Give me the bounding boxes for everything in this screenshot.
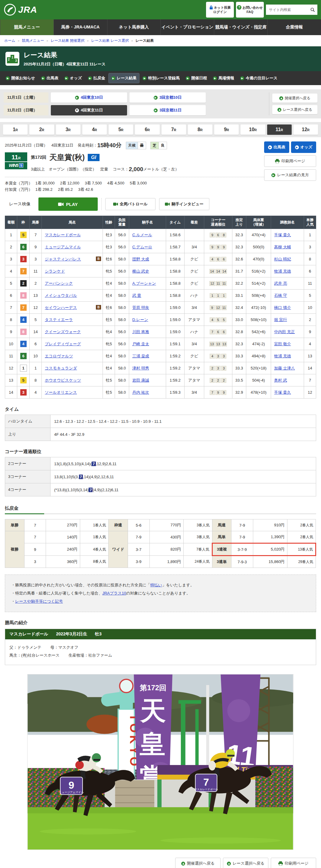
- sub-nav-item[interactable]: ▶馬場情報: [210, 73, 237, 83]
- jockey-link[interactable]: 川田 将雅: [132, 330, 149, 334]
- trainer-link[interactable]: 牧浦 充徳: [274, 354, 291, 358]
- race-tab-4r[interactable]: 4R: [82, 124, 107, 135]
- race-tab-11r[interactable]: 11R: [267, 124, 292, 135]
- breadcrumb-link[interactable]: レース結果 レース選択: [91, 38, 129, 43]
- race-tab-2r[interactable]: 2R: [29, 124, 54, 135]
- sub-nav-item[interactable]: ▶出馬表: [38, 73, 61, 83]
- global-nav-item[interactable]: 企業情報: [268, 20, 321, 35]
- jockey-link[interactable]: 横山 武史: [132, 269, 149, 274]
- jockey-link[interactable]: 津村 明秀: [132, 366, 149, 370]
- sub-nav-item[interactable]: ▶払戻金: [85, 73, 108, 83]
- meeting-button[interactable]: ▶4回東京10日: [51, 92, 127, 103]
- breadcrumb-link[interactable]: レース結果 開催選択: [50, 38, 84, 43]
- race-tab-9r[interactable]: 9R: [214, 124, 239, 135]
- jockey-link[interactable]: C.デムーロ: [132, 245, 152, 249]
- print-page-button[interactable]: 印刷用ページ: [264, 155, 316, 167]
- meeting-button[interactable]: ▶3回京都11日: [130, 105, 206, 115]
- note-link[interactable]: JRAプラス10: [102, 591, 126, 595]
- jockey-link[interactable]: 丹内 祐次: [132, 390, 149, 395]
- sub-nav-item[interactable]: ▶オッズ: [62, 73, 85, 83]
- odds-button[interactable]: ▶ オッズ: [291, 142, 316, 153]
- note-link[interactable]: 特払い: [150, 583, 162, 587]
- horse-name-link[interactable]: エコロヴァルツ: [45, 354, 73, 358]
- race-tab-5r[interactable]: 5R: [109, 124, 133, 135]
- play-button[interactable]: PLAY: [38, 197, 98, 211]
- horse-name-link[interactable]: ブレイディヴェーグ: [45, 342, 81, 346]
- meeting-button[interactable]: ▶3回京都10日: [130, 92, 206, 103]
- horse-name-link[interactable]: ソールオリエンス: [45, 390, 77, 395]
- horse-name-link[interactable]: メイショウタバル: [45, 293, 77, 298]
- race-tab-12r[interactable]: 12R: [293, 124, 318, 135]
- horse-name-link[interactable]: アーバンシック: [45, 281, 73, 286]
- trainer-link[interactable]: 奥村 武: [274, 378, 287, 382]
- horse-name-link[interactable]: ジャスティンパレス: [45, 257, 81, 261]
- jockey-link[interactable]: 三浦 皇成: [132, 354, 149, 358]
- trainer-link[interactable]: 手塚 貴久: [274, 232, 291, 237]
- meeting-button[interactable]: ▶4回東京11日: [51, 105, 127, 115]
- jockey-link[interactable]: 菅原 明良: [132, 305, 149, 310]
- trainer-link[interactable]: 手塚 貴久: [274, 390, 291, 395]
- race-tab-10r[interactable]: 10R: [241, 124, 265, 135]
- horse-name-link[interactable]: セイウンハーデス: [45, 305, 77, 310]
- jockey-link[interactable]: 戸崎 圭太: [132, 342, 149, 346]
- trainer-link[interactable]: 高柳 大輔: [274, 245, 291, 249]
- back-to-meeting-select-button[interactable]: ▶ 開催選択へ戻る: [175, 858, 220, 868]
- back-to-race-select-button[interactable]: ▶ レース選択へ戻る: [223, 858, 269, 868]
- faq-button[interactable]: ? お問い合わせ FAQ: [236, 2, 264, 18]
- jockey-link[interactable]: 武 豊: [132, 293, 141, 298]
- horse-name-link[interactable]: ミュージアムマイル: [45, 245, 81, 249]
- search-input[interactable]: [269, 7, 311, 12]
- race-tab-7r[interactable]: 7R: [162, 124, 186, 135]
- sub-nav-item[interactable]: ▶特別レース登録馬: [140, 73, 182, 83]
- race-tab-8r[interactable]: 8R: [188, 124, 212, 135]
- jockey-link[interactable]: C.ルメール: [132, 232, 152, 237]
- jockey-link[interactable]: 団野 大成: [132, 257, 149, 261]
- race-tab-6r[interactable]: 6R: [135, 124, 159, 135]
- jockey-link[interactable]: D.レーン: [132, 317, 148, 322]
- trainer-link[interactable]: 杉山 晴紀: [274, 257, 291, 261]
- search-icon[interactable]: [311, 7, 315, 12]
- race-tab-3r[interactable]: 3R: [56, 124, 80, 135]
- breadcrumb-link[interactable]: ホーム: [4, 38, 15, 43]
- jra-logo[interactable]: JRA: [4, 3, 37, 16]
- trainer-link[interactable]: 加藤 士津八: [274, 366, 295, 370]
- sub-nav-item[interactable]: ▶今週の注目レース: [238, 73, 280, 83]
- horse-name-link[interactable]: ホウオウビスケッツ: [45, 378, 81, 382]
- sub-nav-item[interactable]: ▶開催お知らせ: [3, 73, 38, 83]
- payout-popularity: 4番人気: [80, 543, 109, 556]
- result-guide-button[interactable]: ▶ レース結果の見方: [264, 169, 316, 181]
- horse-name-link[interactable]: タスティエーラ: [45, 317, 73, 322]
- horse-name-link[interactable]: コスモキュランダ: [45, 366, 77, 370]
- back-to-race-select-button[interactable]: ▶レース選択へ戻る: [272, 105, 317, 114]
- print-page-button[interactable]: 印刷用ページ: [271, 858, 316, 868]
- horse-name-link[interactable]: シランケド: [45, 269, 65, 274]
- race-tab-1r[interactable]: 1R: [3, 124, 28, 135]
- jockey-link[interactable]: 岩田 康誠: [132, 378, 149, 382]
- trainer-link[interactable]: 武井 亮: [274, 281, 287, 286]
- horse-name-link[interactable]: マスカレードボール: [45, 232, 81, 237]
- trainer-link[interactable]: 宮田 敬介: [274, 342, 291, 346]
- back-to-meeting-select-button[interactable]: ▶開催選択へ戻る: [272, 94, 317, 103]
- global-nav-item[interactable]: ネット馬券購入: [107, 20, 160, 35]
- trainer-link[interactable]: 堀 宣行: [274, 317, 287, 322]
- global-nav-item[interactable]: 馬券・JRA-UMACA: [54, 20, 107, 35]
- patrol-video-button[interactable]: 全周パトロール: [105, 198, 155, 210]
- horse-name-link[interactable]: クイーンズウォーク: [45, 330, 81, 334]
- breadcrumb-separator: ＞: [46, 39, 49, 42]
- trainer-link[interactable]: 牧浦 充徳: [274, 269, 291, 274]
- jockey-interview-button[interactable]: 騎手インタビュー: [159, 198, 209, 210]
- net-vote-login-button[interactable]: ネット投票 ログイン: [206, 2, 234, 18]
- jockey-link[interactable]: A.ブーシャン: [132, 281, 156, 286]
- sub-nav-item[interactable]: ▶レース結果: [109, 73, 140, 83]
- breadcrumb-link[interactable]: 競馬メニュー: [22, 38, 44, 43]
- entries-button[interactable]: ▶ 出馬表: [264, 142, 289, 153]
- trainer-link[interactable]: 橋口 慎介: [274, 305, 291, 310]
- global-nav-item[interactable]: イベント・プロモーション: [160, 20, 214, 35]
- note-link[interactable]: レースや騎手等につく記号: [15, 599, 63, 603]
- login-line1: ネット投票: [214, 5, 231, 10]
- trainer-link[interactable]: 石橋 守: [274, 293, 287, 298]
- trainer-link[interactable]: 中内田 充正: [274, 330, 295, 334]
- global-nav-item[interactable]: 競馬場・ウインズ・指定席: [214, 20, 268, 35]
- sub-nav-item[interactable]: ▶開催日程: [183, 73, 210, 83]
- global-nav-item[interactable]: 競馬メニュー: [0, 20, 54, 35]
